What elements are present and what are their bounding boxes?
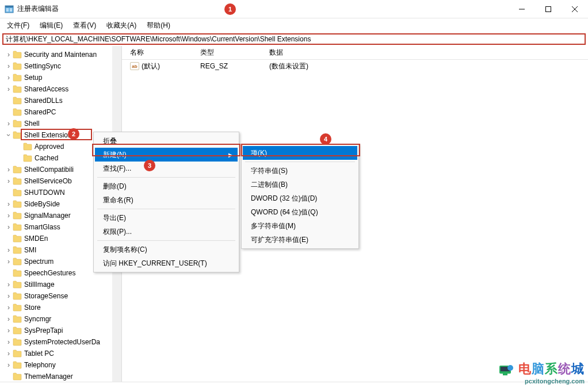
tree-item-label: Spectrum [24,258,54,266]
svg-rect-5 [10,10,12,11]
chevron-right-icon[interactable]: › [5,74,13,82]
menu-file[interactable]: 文件(F) [2,20,34,32]
tree-item-settingsync[interactable]: ›SettingSync [13,60,121,72]
tree-item-shell[interactable]: ›Shell [13,118,121,129]
tree-item-label: SharedAccess [24,85,68,93]
window-title: 注册表编辑器 [17,4,59,14]
menu-favorites[interactable]: 收藏夹(A) [102,20,141,32]
tree-item-label: SideBySide [24,200,60,208]
addressbar-container: 计算机\HKEY_LOCAL_MACHINE\SOFTWARE\Microsof… [0,32,588,46]
submenu-arrow-icon: ▶ [228,152,233,158]
chevron-right-icon[interactable]: › [5,120,13,128]
tree-item-label: SMI [24,246,36,254]
chevron-right-icon[interactable]: › [5,304,13,312]
tree-item-sharedaccess[interactable]: ›SharedAccess [13,83,121,95]
chevron-right-icon[interactable]: › [5,326,13,335]
submenu-item-项K[interactable]: 项(K) [243,146,357,160]
tree-item-store[interactable]: ›Store [13,302,121,313]
chevron-right-icon[interactable]: › [5,258,13,266]
chevron-right-icon[interactable]: › [5,246,13,254]
chevron-right-icon[interactable]: › [5,281,13,289]
tree-item-systemprotecteduserda[interactable]: ›SystemProtectedUserDa [13,336,121,348]
chevron-down-icon[interactable]: › [5,131,13,139]
tree-item-label: Store [24,304,41,312]
chevron-right-icon[interactable]: › [5,212,13,220]
menu-item-label: QWORD (64 位)值(Q) [251,208,318,217]
tree-item-label: ShellCompatibili [24,166,74,174]
menu-separator [97,177,235,178]
tree-item-label: SharedPC [24,108,56,116]
submenu-item-字符串值S[interactable]: 字符串值(S) [243,164,357,178]
menu-item-访问HKEYCURRENTUSERT[interactable]: 访问 HKEY_CURRENT_USER(T) [95,256,238,270]
submenu-item-多字符串值M[interactable]: 多字符串值(M) [243,219,357,233]
tree-item-label: Telephony [24,361,56,369]
chevron-right-icon[interactable]: › [5,62,13,70]
chevron-right-icon[interactable]: › [5,177,13,185]
svg-rect-3 [6,10,9,11]
col-name[interactable]: 名称 [122,48,192,57]
tree-item-syspreptapi[interactable]: ›SysPrepTapi [13,325,121,336]
tree-item-label: Shell [24,120,40,128]
menu-view[interactable]: 查看(V) [68,20,101,32]
callout-3: 3 [144,160,155,171]
maximize-button[interactable] [535,0,562,18]
tree-item-label: StillImage [24,281,55,289]
menu-item-label: 折叠 [103,136,117,146]
chevron-right-icon[interactable]: › [5,315,13,323]
chevron-right-icon[interactable]: › [5,292,13,300]
chevron-right-icon[interactable]: › [5,361,13,369]
tree-item-sharedpc[interactable]: SharedPC [13,106,121,118]
menu-item-复制项名称C[interactable]: 复制项名称(C) [95,243,238,256]
chevron-right-icon[interactable]: › [5,166,13,174]
menu-item-label: 复制项名称(C) [103,245,147,255]
tree-item-label: SmartGlass [24,223,60,231]
col-data[interactable]: 数据 [261,48,422,57]
close-button[interactable] [562,0,588,18]
tree-item-security-and-maintenan[interactable]: ›Security and Maintenan [13,49,121,60]
col-type[interactable]: 类型 [192,48,261,57]
tree-item-shareddlls[interactable]: SharedDLLs [13,95,121,106]
chevron-right-icon[interactable]: › [5,85,13,93]
tree-item-thememanager[interactable]: ThemeManager [13,371,121,382]
value-type: REG_SZ [192,62,261,70]
address-input[interactable]: 计算机\HKEY_LOCAL_MACHINE\SOFTWARE\Microsof… [2,33,586,45]
tree-item-syncmgr[interactable]: ›Syncmgr [13,313,121,325]
menu-separator [245,162,355,162]
menu-item-查找F[interactable]: 查找(F)... [95,162,238,175]
chevron-right-icon[interactable]: › [5,338,13,346]
menu-item-label: 可扩充字符串值(E) [251,235,308,245]
menu-item-导出E[interactable]: 导出(E) [95,211,238,225]
string-value-icon: ab [130,62,139,70]
tree-item-setup[interactable]: ›Setup [13,72,121,83]
tree-item-storagesense[interactable]: ›StorageSense [13,290,121,302]
submenu-item-可扩充字符串值E[interactable]: 可扩充字符串值(E) [243,233,357,247]
tree-item-label: ShellServiceOb [24,177,72,185]
value-row[interactable]: ab (默认) REG_SZ (数值未设置) [122,60,588,72]
svg-rect-4 [10,9,12,10]
chevron-right-icon[interactable]: › [5,200,13,208]
menu-item-label: 导出(E) [103,213,126,223]
submenu-item-QWORD位值Q[interactable]: QWORD (64 位)值(Q) [243,205,357,219]
tree-item-label: SpeechGestures [24,269,75,277]
tree-item-stillimage[interactable]: ›StillImage [13,279,121,290]
menu-item-折叠[interactable]: 折叠 [95,134,238,148]
menu-item-权限P[interactable]: 权限(P)... [95,225,238,239]
tree-item-telephony[interactable]: ›Telephony [13,359,121,371]
menu-item-新建N[interactable]: 新建(N)▶ [95,148,238,162]
chevron-right-icon[interactable]: › [5,51,13,59]
tree-item-label: Tablet PC [24,349,54,358]
tree-item-label: Cached [35,154,58,162]
tree-item-tablet-pc[interactable]: ›Tablet PC [13,348,121,359]
svg-rect-12 [503,374,507,375]
menu-item-删除D[interactable]: 删除(D) [95,179,238,193]
submenu-item-DWORD位值D[interactable]: DWORD (32 位)值(D) [243,191,357,205]
tree-item-label: SharedDLLs [24,97,63,105]
menu-help[interactable]: 帮助(H) [142,20,175,32]
submenu-item-二进制值B[interactable]: 二进制值(B) [243,178,357,191]
chevron-right-icon[interactable]: › [5,223,13,231]
chevron-right-icon[interactable]: › [5,349,13,358]
menu-item-label: 查找(F)... [103,164,131,174]
menu-item-重命名R[interactable]: 重命名(R) [95,193,238,207]
minimize-button[interactable] [509,0,535,18]
menu-edit[interactable]: 编辑(E) [35,20,67,32]
